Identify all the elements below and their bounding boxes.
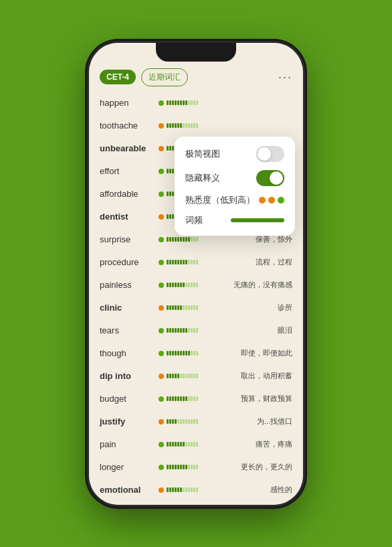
word-row[interactable]: painless无痛的，没有痛感: [100, 274, 292, 297]
bar-segment: [167, 305, 169, 310]
hide-meaning-row: 隐藏释义: [185, 170, 284, 186]
word-text: dentist: [100, 212, 159, 222]
frequency-label: 词频: [185, 214, 203, 226]
bar-segment: [185, 100, 187, 105]
bar-segment: [169, 396, 171, 401]
frequency-row: 词频: [185, 214, 284, 226]
bar-segment: [188, 283, 190, 287]
bar-segment: [175, 374, 177, 378]
bar-segment: [169, 237, 171, 242]
bar-segment: [172, 100, 174, 105]
bar-segment: [183, 237, 185, 242]
word-row[interactable]: toothache: [100, 114, 292, 137]
word-text: procedure: [100, 257, 159, 267]
bar-segment: [175, 237, 177, 242]
bar-segment: [175, 100, 177, 105]
bar-segment: [196, 283, 198, 287]
word-text: justify: [100, 416, 159, 426]
word-row[interactable]: happen: [100, 92, 292, 114]
bar-segment: [172, 169, 174, 173]
bar-segment: [191, 419, 193, 424]
bar-segment: [193, 100, 195, 105]
familiarity-dot: [159, 351, 164, 356]
frequency-bar-track: [167, 396, 237, 402]
simple-view-toggle[interactable]: [256, 146, 284, 162]
bar-segment: [188, 123, 190, 128]
familiarity-dot: [159, 305, 164, 311]
bar-segment: [196, 260, 198, 264]
bar-segment: [172, 123, 174, 128]
word-row[interactable]: though即使，即便如此: [100, 342, 292, 365]
bar-segment: [169, 442, 171, 447]
familiarity-dot: [159, 283, 164, 288]
bar-segment: [196, 374, 198, 378]
bar-segment: [180, 237, 182, 242]
word-meaning: 即使，即便如此: [241, 348, 292, 358]
bar-segment: [169, 100, 171, 105]
word-row[interactable]: pain痛苦，疼痛: [100, 433, 292, 456]
bar-segment: [196, 328, 198, 333]
word-text: unbearable: [100, 143, 159, 153]
word-meaning: 流程，过程: [256, 257, 292, 267]
bar-segment: [183, 419, 185, 424]
more-button[interactable]: ···: [278, 71, 292, 83]
bar-segment: [180, 396, 182, 401]
bar-segment: [185, 419, 187, 424]
bar-segment: [167, 260, 169, 264]
frequency-bar-track: [167, 487, 266, 493]
bar-segment: [191, 374, 193, 378]
word-row[interactable]: justify为...找借口: [100, 410, 292, 433]
word-row[interactable]: procedure流程，过程: [100, 251, 292, 274]
bar-segment: [185, 374, 187, 378]
bar-segment: [177, 351, 179, 356]
familiarity-dot: [159, 442, 164, 447]
bar-segment: [175, 419, 177, 424]
bar-segment: [193, 328, 195, 333]
bar-segment: [196, 237, 198, 242]
bar-segment: [167, 146, 169, 151]
frequency-bar-track: [167, 350, 237, 357]
bar-segment: [188, 465, 190, 469]
familiarity-dot: [159, 396, 164, 402]
fam-dot-high: [278, 197, 284, 204]
word-meaning: 痛苦，疼痛: [256, 439, 292, 449]
word-row[interactable]: tears眼泪: [100, 319, 292, 342]
bar-segment: [196, 419, 198, 424]
hide-meaning-toggle[interactable]: [256, 170, 284, 186]
bar-segment: [169, 146, 171, 151]
bar-segment: [169, 214, 171, 219]
bar-segment: [185, 305, 187, 310]
bar-segment: [172, 487, 174, 492]
bar-segment: [175, 328, 177, 333]
bar-segment: [191, 351, 193, 356]
word-row[interactable]: emotional感性的: [100, 479, 292, 501]
bar-segment: [188, 100, 190, 105]
word-row[interactable]: experience经验: [100, 501, 292, 505]
word-row[interactable]: clinic诊所: [100, 297, 292, 319]
bar-segment: [177, 123, 179, 128]
bar-segment: [185, 328, 187, 333]
bar-segment: [188, 328, 190, 333]
bar-segment: [188, 419, 190, 424]
recent-tag[interactable]: 近期词汇: [141, 68, 188, 86]
phone-screen: CET-4 近期词汇 ··· happentoothacheunbearable…: [89, 43, 303, 505]
bar-segment: [196, 487, 198, 492]
bar-segment: [167, 169, 169, 173]
bar-segment: [177, 396, 179, 401]
bar-segment: [185, 351, 187, 356]
bar-segment: [183, 305, 185, 310]
word-row[interactable]: budget预算，财政预算: [100, 388, 292, 410]
familiarity-dot: [159, 214, 164, 220]
bar-segment: [167, 328, 169, 333]
bar-segment: [180, 419, 182, 424]
word-text: though: [100, 348, 159, 358]
bar-segment: [191, 328, 193, 333]
bar-segment: [183, 487, 185, 492]
cet-tag[interactable]: CET-4: [100, 70, 136, 84]
word-row[interactable]: longer更长的，更久的: [100, 456, 292, 479]
bar-segment: [167, 396, 169, 401]
bar-segment: [177, 237, 179, 242]
familiarity-dot: [159, 123, 164, 129]
bar-segment: [172, 419, 174, 424]
word-row[interactable]: dip into取出，动用积蓄: [100, 365, 292, 388]
